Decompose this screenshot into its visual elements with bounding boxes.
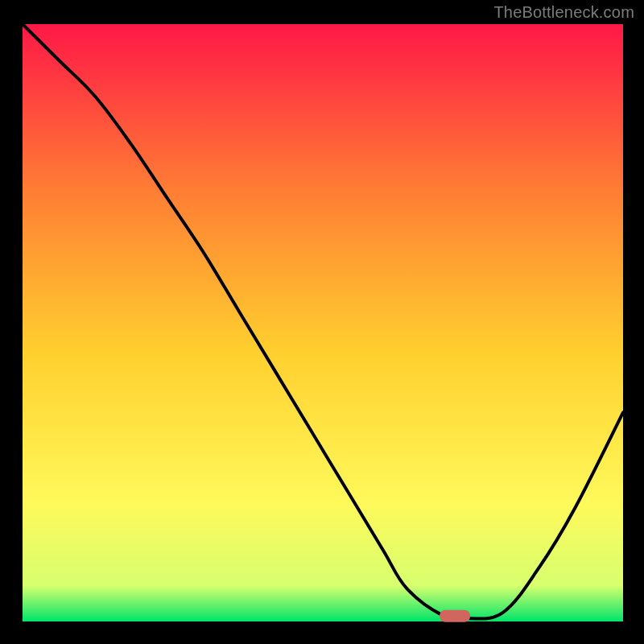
chart-root: { "attribution": "TheBottleneck.com", "c… [0,0,644,644]
attribution-text: TheBottleneck.com [493,3,634,22]
bottleneck-chart [0,0,644,644]
gradient-background [23,24,623,621]
optimal-marker [440,610,470,622]
